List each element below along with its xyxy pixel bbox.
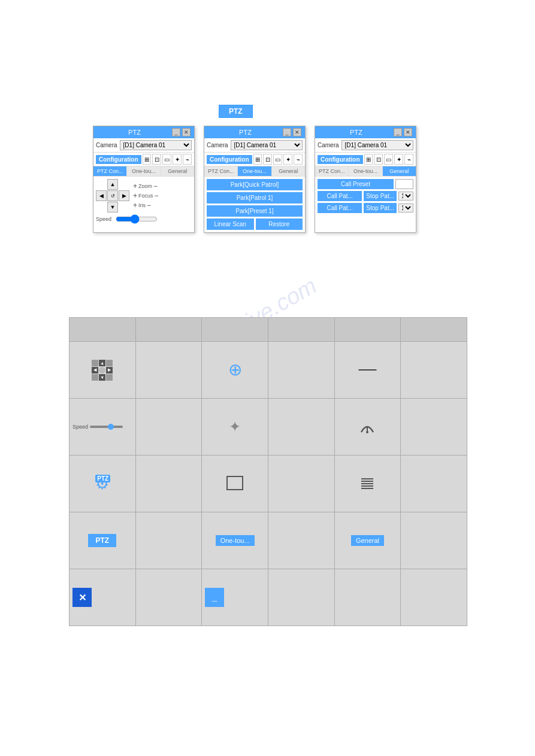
tabs-row-1: PTZ Con... One-tou... General [93, 166, 194, 177]
tab-onetou-2[interactable]: One-tou... [238, 166, 271, 176]
speed-slider[interactable] [116, 214, 158, 224]
dir-center-btn[interactable]: ↺ [107, 190, 118, 201]
icon-btn-wiper-2[interactable]: ⌁ [294, 154, 303, 165]
ptz-windows-container: PTZ _ ✕ Camera [D1] Camera 01 Configurat… [93, 126, 416, 233]
zoom-minus-btn[interactable]: − [153, 182, 158, 190]
restore-btn[interactable]: Restore [256, 218, 303, 230]
ptz-title-1: PTZ [97, 129, 172, 136]
minimize-btn-3[interactable]: _ [394, 128, 402, 136]
cell-empty-1-2 [135, 342, 202, 399]
call-pat-btn-1[interactable]: Call Pat... [318, 191, 362, 201]
tab-ptzcon-3[interactable]: PTZ Con... [315, 166, 349, 176]
iris-label: Iris [138, 202, 146, 208]
config-btn-1[interactable]: Configuration [96, 155, 141, 164]
ptz-titlebar-1: PTZ _ ✕ [93, 126, 194, 138]
linear-scan-btn[interactable]: Linear Scan [207, 218, 254, 230]
call-pat-btn-2[interactable]: Call Pat... [318, 203, 362, 213]
tab-ptzcon-1[interactable]: PTZ Con... [93, 166, 127, 176]
focus-plus-btn[interactable]: + [133, 192, 137, 200]
camera-select-1[interactable]: [D1] Camera 01 [120, 140, 192, 150]
icon-btn-cam-3[interactable]: ⊡ [374, 154, 383, 165]
close-btn-3[interactable]: ✕ [404, 128, 412, 136]
icon-btn-cam-1[interactable]: ⊡ [152, 154, 161, 165]
svg-rect-6 [361, 488, 373, 489]
preset1-btn[interactable]: Park[Preset 1] [207, 205, 303, 217]
icon-btn-light-1[interactable]: ✦ [173, 154, 182, 165]
light-icon: ✦ [229, 418, 241, 435]
cell-light: ✦ [202, 399, 268, 456]
cell-general-badge: General [334, 512, 401, 569]
close-btn-2[interactable]: ✕ [293, 128, 301, 136]
cell-minimize-icon: _ [202, 569, 268, 626]
top-ptz-button[interactable]: PTZ [219, 105, 253, 118]
patrol1-btn[interactable]: Park[Patrol 1] [207, 192, 303, 204]
cell-empty-5-4 [268, 569, 334, 626]
ptz-badge[interactable]: PTZ [88, 534, 116, 547]
patrol-select-1[interactable]: 1 [398, 192, 413, 201]
patrol-select-2[interactable]: 1 [398, 204, 413, 212]
focus-minus-btn[interactable]: − [155, 192, 159, 200]
icon-btn-wiper-1[interactable]: ⌁ [183, 154, 192, 165]
minimize-btn-2[interactable]: _ [283, 128, 291, 136]
dir-left-btn[interactable]: ◀ [96, 190, 107, 201]
tab-ptzcon-2[interactable]: PTZ Con... [204, 166, 238, 176]
svg-rect-4 [361, 483, 373, 484]
icon-btn-light-2[interactable]: ✦ [283, 154, 292, 165]
icon-btn-grid-1[interactable]: ⊞ [143, 154, 152, 165]
config-btn-3[interactable]: Configuration [318, 155, 363, 164]
tab-general-1[interactable]: General [161, 166, 194, 176]
icon-btn-grid-3[interactable]: ⊞ [364, 154, 373, 165]
dir-down-btn[interactable]: ▼ [107, 202, 118, 212]
icon-btn-wiper-3[interactable]: ⌁ [404, 154, 413, 165]
config-row-3: Configuration ⊞ ⊡ ▭ ✦ ⌁ [315, 153, 416, 166]
icon-btn-light-3[interactable]: ✦ [394, 154, 403, 165]
iris-minus-btn[interactable]: − [147, 201, 151, 210]
tab-onetou-1[interactable]: One-tou... [127, 166, 161, 176]
icon-btn-frame-3[interactable]: ▭ [384, 154, 393, 165]
camera-row-3: Camera [D1] Camera 01 [315, 138, 416, 153]
close-x-icon[interactable]: ✕ [72, 588, 92, 607]
tabs-row-3: PTZ Con... One-tou... General [315, 166, 416, 177]
iris-plus-btn[interactable]: + [133, 201, 137, 210]
ptz-titlebar-3: PTZ _ ✕ [315, 126, 416, 138]
zoom-label: Zoom [138, 183, 152, 189]
cell-empty-3-6 [401, 456, 467, 512]
speed-icon: Speed [72, 424, 132, 430]
camera-select-3[interactable]: [D1] Camera 01 [341, 140, 413, 150]
preset-input[interactable] [395, 179, 413, 189]
icon-btn-frame-1[interactable]: ▭ [162, 154, 171, 165]
svg-rect-3 [361, 481, 373, 482]
ptz-content-2: Park[Quick Patrol] Park[Patrol 1] Park[P… [204, 177, 305, 232]
icon-btn-grid-2[interactable]: ⊞ [253, 154, 262, 165]
tab-general-2[interactable]: General [272, 166, 305, 176]
general-badge[interactable]: General [351, 535, 384, 546]
cell-empty-4-2 [135, 512, 202, 569]
call-pat-row-2: Call Pat... Stop Pat... 1 [318, 203, 413, 213]
call-preset-row: Call Preset [318, 179, 413, 189]
camera-row-1: Camera [D1] Camera 01 [93, 138, 194, 153]
camera-select-2[interactable]: [D1] Camera 01 [231, 140, 303, 150]
dir-pad-icon: ▲ ◀ ▶ ▼ [92, 360, 113, 381]
minimize-btn-1[interactable]: _ [172, 128, 180, 136]
stop-pat-btn-1[interactable]: Stop Pat... [364, 191, 397, 201]
tab-onetou-3[interactable]: One-tou... [349, 166, 382, 176]
speed-track [90, 426, 123, 428]
ptz-config-icon: ⚙ PTZ [95, 475, 109, 493]
quick-patrol-btn[interactable]: Park[Quick Patrol] [207, 179, 303, 190]
dir-up-btn[interactable]: ▲ [107, 179, 118, 190]
minimize-icon[interactable]: _ [205, 588, 224, 607]
cell-wiper [334, 399, 401, 456]
close-btn-1[interactable]: ✕ [182, 128, 191, 136]
call-preset-btn[interactable]: Call Preset [318, 179, 394, 189]
stop-pat-btn-2[interactable]: Stop Pat... [364, 203, 397, 213]
one-touch-badge[interactable]: One-tou... [216, 535, 255, 546]
cell-close-x: ✕ [69, 569, 136, 626]
dir-right-btn[interactable]: ▶ [119, 190, 129, 201]
zoom-plus-btn[interactable]: + [133, 182, 137, 190]
ptz-window-2: PTZ _ ✕ Camera [D1] Camera 01 Configurat… [204, 126, 306, 233]
icon-btn-cam-2[interactable]: ⊡ [263, 154, 272, 165]
icon-btn-frame-2[interactable]: ▭ [273, 154, 282, 165]
config-btn-2[interactable]: Configuration [207, 155, 252, 164]
tab-general-3[interactable]: General [383, 166, 416, 176]
cell-empty-1-4 [268, 342, 334, 399]
